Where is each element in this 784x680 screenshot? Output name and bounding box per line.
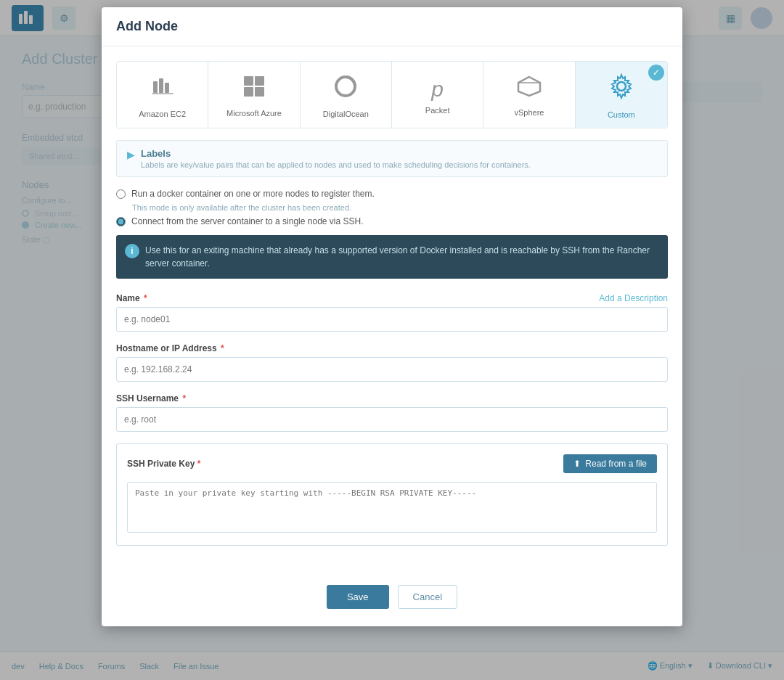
custom-check-badge: ✓ — [648, 65, 664, 81]
custom-gear-icon — [608, 73, 634, 105]
radio-ssh-connect[interactable]: Connect from the server container to a s… — [116, 216, 668, 226]
vsphere-icon — [517, 75, 542, 102]
svg-rect-9 — [244, 87, 253, 97]
name-label: Name * — [116, 293, 147, 303]
labels-section[interactable]: ▶ Labels Labels are key/value pairs that… — [116, 140, 668, 177]
svg-rect-6 — [152, 93, 173, 94]
info-box: i Use this for an exiting machine that a… — [116, 235, 668, 279]
labels-description: Labels are key/value pairs that can be a… — [141, 160, 531, 169]
read-from-file-button[interactable]: ⬆ Read from a file — [563, 454, 657, 473]
provider-grid: Amazon EC2 Microsoft Azure — [116, 61, 668, 128]
docker-mode-note: This mode is only available after the cl… — [132, 203, 668, 212]
provider-custom-label: Custom — [608, 110, 635, 119]
connection-options: Run a docker container on one or more no… — [116, 189, 668, 226]
provider-amazon-ec2-label: Amazon EC2 — [139, 110, 186, 118]
svg-point-14 — [617, 82, 626, 91]
svg-rect-10 — [255, 87, 264, 97]
provider-microsoft-azure[interactable]: Microsoft Azure — [208, 62, 300, 128]
add-description-link[interactable]: Add a Description — [599, 293, 668, 303]
upload-icon: ⬆ — [573, 459, 581, 469]
svg-rect-4 — [159, 78, 163, 93]
radio-docker-input[interactable] — [116, 189, 126, 199]
cancel-button[interactable]: Cancel — [398, 585, 457, 609]
svg-rect-3 — [153, 81, 158, 93]
radio-ssh-input[interactable] — [116, 217, 126, 226]
ssh-key-header: SSH Private Key * ⬆ Read from a file — [127, 454, 657, 473]
radio-docker-container[interactable]: Run a docker container on one or more no… — [116, 189, 668, 199]
add-node-modal: Add Node Amazon EC2 — [102, 7, 682, 626]
ssh-username-form-row: SSH Username * — [116, 393, 668, 432]
info-icon: i — [125, 244, 139, 258]
provider-amazon-ec2[interactable]: Amazon EC2 — [117, 62, 208, 128]
svg-marker-12 — [518, 77, 540, 96]
svg-rect-8 — [255, 76, 264, 86]
ssh-username-required-marker: * — [182, 393, 186, 404]
provider-custom[interactable]: ✓ Custom — [576, 62, 667, 128]
provider-vsphere[interactable]: vSphere — [483, 62, 575, 128]
provider-packet[interactable]: p Packet — [392, 62, 483, 128]
packet-icon: p — [431, 78, 444, 100]
radio-ssh-label: Connect from the server container to a s… — [131, 216, 364, 226]
name-required-marker: * — [144, 293, 147, 303]
modal-footer: Save Cancel — [102, 578, 682, 626]
ssh-key-label: SSH Private Key * — [127, 459, 200, 469]
save-button[interactable]: Save — [327, 585, 389, 609]
ssh-username-input[interactable] — [116, 407, 668, 432]
ssh-key-textarea[interactable] — [127, 482, 657, 533]
modal-header: Add Node — [102, 7, 682, 46]
modal-overlay: Add Node Amazon EC2 — [0, 0, 784, 680]
modal-title: Add Node — [116, 19, 668, 34]
labels-content: Labels Labels are key/value pairs that c… — [141, 148, 531, 169]
ssh-username-label: SSH Username * — [116, 393, 186, 404]
ssh-key-section: SSH Private Key * ⬆ Read from a file — [116, 443, 668, 546]
modal-body: Amazon EC2 Microsoft Azure — [102, 46, 682, 578]
microsoft-azure-icon — [242, 75, 266, 103]
amazon-ec2-icon — [150, 74, 175, 104]
svg-rect-5 — [165, 83, 169, 93]
labels-title: Labels — [141, 148, 531, 159]
hostname-label: Hostname or IP Address * — [116, 343, 224, 353]
provider-do-label: DigitalOcean — [323, 110, 369, 118]
ssh-key-required-marker: * — [197, 459, 201, 469]
digitalocean-icon — [333, 74, 358, 104]
provider-azure-label: Microsoft Azure — [226, 109, 282, 118]
hostname-form-header: Hostname or IP Address * — [116, 343, 668, 353]
hostname-required-marker: * — [221, 343, 224, 353]
hostname-input[interactable] — [116, 357, 668, 382]
info-box-text: Use this for an exiting machine that alr… — [145, 244, 658, 270]
provider-digitalocean[interactable]: DigitalOcean — [301, 62, 392, 128]
name-form-header: Name * Add a Description — [116, 293, 668, 303]
labels-arrow-icon: ▶ — [127, 149, 135, 160]
svg-rect-7 — [244, 76, 253, 86]
provider-vsphere-label: vSphere — [515, 108, 544, 117]
hostname-form-row: Hostname or IP Address * — [116, 343, 668, 382]
provider-packet-label: Packet — [425, 106, 450, 115]
name-input[interactable] — [116, 307, 668, 332]
name-form-row: Name * Add a Description — [116, 293, 668, 332]
ssh-username-form-header: SSH Username * — [116, 393, 668, 404]
radio-docker-label: Run a docker container on one or more no… — [131, 189, 375, 199]
